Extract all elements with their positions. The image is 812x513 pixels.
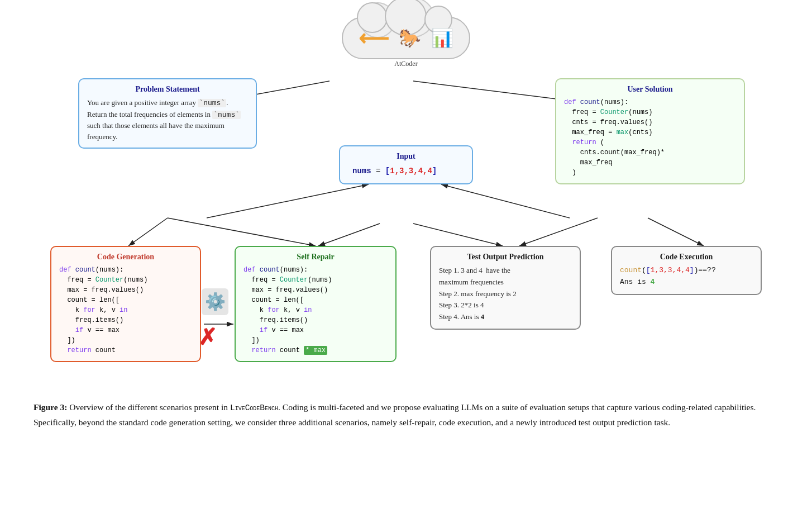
svg-line-11 [648, 218, 704, 246]
backtick-nums2: `nums` [212, 111, 241, 119]
input-bracket-open: [ [385, 167, 390, 175]
gear-icon-area: ⚙️ [198, 285, 232, 319]
svg-line-6 [207, 184, 369, 218]
svg-text:⚙️: ⚙️ [205, 292, 226, 312]
user-solution-title: User Solution [564, 85, 736, 94]
input-box: Input nums = [1,3,3,4,4] [339, 145, 473, 184]
self-repair-box: Self Repair def count(nums): freq = Coun… [235, 246, 397, 362]
code-exec-title: Code Execution [620, 253, 753, 262]
diagram-area: ⟵ 🐎 📊 AtCoder Problem Statement You are … [34, 11, 778, 391]
test-output-box: Test Output Prediction Step 1. 3 and 4 h… [430, 246, 581, 330]
atcoder-icon: 🐎 [399, 27, 421, 49]
svg-line-3 [168, 218, 316, 246]
leetcode-icon: ⟵ [359, 26, 389, 50]
problem-statement-box: Problem Statement You are given a positi… [78, 78, 257, 149]
svg-line-7 [441, 184, 570, 218]
code-gen-code: def count(nums): freq = Counter(nums) ma… [59, 265, 192, 355]
livecodebench-name: LiveCodeBench [230, 403, 278, 412]
test-output-steps: Step 1. 3 and 4 have the maximum frequen… [439, 265, 572, 323]
gear-icon: ⚙️ [200, 287, 230, 316]
chart-icon: 📊 [431, 27, 453, 49]
self-repair-title: Self Repair [243, 253, 388, 262]
code-execution-box: Code Execution count([1,3,3,4,4])==?? An… [611, 246, 762, 295]
input-eq: = [376, 167, 385, 175]
fig-label: Figure 3: [34, 402, 67, 412]
input-vals: 1,3,3,4,4 [390, 167, 432, 175]
user-solution-code: def count(nums): freq = Counter(nums) cn… [564, 97, 736, 178]
test-output-title: Test Output Prediction [439, 253, 572, 262]
code-generation-box: Code Generation def count(nums): freq = … [50, 246, 201, 362]
code-gen-title: Code Generation [59, 253, 192, 262]
backtick-nums: `nums` [198, 99, 226, 107]
figure-caption: Figure 3: Overview of the different scen… [34, 400, 778, 429]
svg-line-9 [413, 224, 503, 246]
cloud-logos: ⟵ 🐎 📊 AtCoder [342, 17, 470, 59]
self-repair-code: def count(nums): freq = Counter(nums) ma… [243, 265, 388, 355]
input-var: nums [352, 167, 371, 175]
caption-text: Overview of the different scenarios pres… [34, 402, 756, 427]
code-exec-code: count([1,3,3,4,4])==?? Ans is 4 [620, 265, 753, 288]
problem-text: You are given a positive integer array `… [87, 97, 248, 142]
user-solution-box: User Solution def count(nums): freq = Co… [555, 78, 745, 184]
input-code: nums = [1,3,3,4,4] [348, 164, 464, 178]
svg-line-10 [519, 218, 598, 246]
x-mark: ✗ [198, 324, 217, 350]
input-bracket-close: ] [432, 167, 437, 175]
input-title: Input [348, 152, 464, 161]
atcoder-label: AtCoder [394, 60, 417, 68]
svg-line-2 [128, 218, 168, 246]
svg-line-8 [318, 224, 380, 246]
problem-title: Problem Statement [87, 85, 248, 94]
